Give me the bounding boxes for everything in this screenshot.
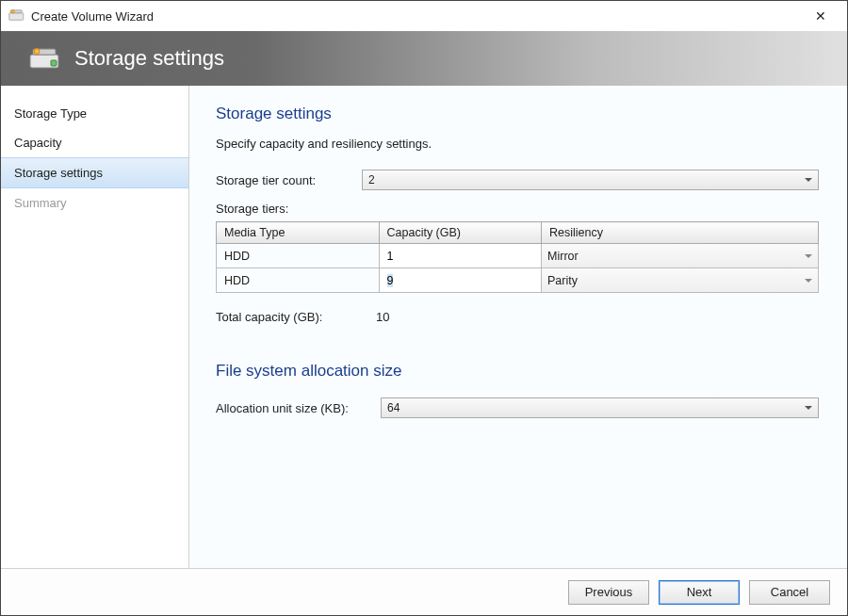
- svg-rect-0: [9, 13, 24, 21]
- alloc-value: 64: [387, 401, 400, 414]
- footer: Previous Next Cancel: [1, 568, 847, 615]
- alloc-label: Allocation unit size (KB):: [216, 401, 381, 415]
- window-title: Create Volume Wizard: [31, 9, 800, 24]
- titlebar: Create Volume Wizard ✕: [1, 1, 847, 31]
- col-capacity[interactable]: Capacity (GB): [379, 222, 542, 244]
- header-strip: Storage settings: [1, 31, 847, 86]
- section-subtitle: Specify capacity and resiliency settings…: [216, 137, 819, 151]
- section-title-storage-settings: Storage settings: [216, 105, 819, 123]
- svg-point-2: [11, 10, 14, 13]
- resiliency-value-0: Mirror: [547, 250, 579, 263]
- total-capacity-label: Total capacity (GB):: [216, 310, 376, 324]
- chevron-down-icon: [805, 178, 812, 182]
- total-capacity-row: Total capacity (GB): 10: [216, 310, 819, 324]
- tier-count-row: Storage tier count: 2: [216, 170, 819, 190]
- table-row: HDD Mirror: [217, 244, 819, 268]
- col-media-type[interactable]: Media Type: [217, 222, 380, 244]
- capacity-input-0[interactable]: [380, 245, 542, 267]
- storage-tiers-table: Media Type Capacity (GB) Resiliency HDD …: [216, 221, 819, 293]
- tier-count-dropdown[interactable]: 2: [362, 170, 819, 190]
- previous-button[interactable]: Previous: [568, 580, 649, 605]
- steps-sidebar: Storage Type Capacity Storage settings S…: [1, 86, 189, 568]
- tiers-label: Storage tiers:: [216, 202, 819, 216]
- media-type-cell: HDD: [217, 271, 379, 290]
- wizard-icon: [8, 8, 25, 24]
- alloc-dropdown[interactable]: 64: [381, 397, 819, 418]
- table-header-row: Media Type Capacity (GB) Resiliency: [217, 222, 819, 244]
- chevron-down-icon: [805, 279, 812, 283]
- svg-rect-6: [51, 60, 57, 66]
- next-button[interactable]: Next: [659, 580, 740, 605]
- content-pane: Storage settings Specify capacity and re…: [189, 86, 847, 568]
- close-button[interactable]: ✕: [800, 1, 841, 31]
- wizard-window: Create Volume Wizard ✕ Storage settings …: [0, 0, 848, 616]
- alloc-row: Allocation unit size (KB): 64: [216, 397, 819, 418]
- cancel-button[interactable]: Cancel: [749, 580, 830, 605]
- header-title: Storage settings: [74, 46, 224, 71]
- col-resiliency[interactable]: Resiliency: [542, 222, 819, 244]
- table-row: HDD Parity: [217, 268, 819, 293]
- resiliency-value-1: Parity: [547, 274, 578, 287]
- step-capacity[interactable]: Capacity: [1, 128, 188, 157]
- tier-count-label: Storage tier count:: [216, 173, 362, 187]
- close-icon: ✕: [815, 8, 826, 24]
- media-type-cell: HDD: [217, 247, 379, 266]
- section-title-allocation: File system allocation size: [216, 362, 819, 381]
- svg-point-5: [34, 49, 40, 55]
- resiliency-dropdown-1[interactable]: Parity: [542, 268, 818, 292]
- disk-icon: [29, 45, 61, 72]
- tier-count-value: 2: [368, 173, 375, 186]
- chevron-down-icon: [805, 406, 812, 410]
- capacity-input-1[interactable]: [380, 269, 542, 292]
- total-capacity-value: 10: [376, 310, 389, 324]
- step-storage-type[interactable]: Storage Type: [1, 99, 188, 128]
- resiliency-dropdown-0[interactable]: Mirror: [542, 244, 818, 267]
- wizard-body: Storage Type Capacity Storage settings S…: [1, 86, 847, 568]
- chevron-down-icon: [805, 254, 812, 258]
- step-storage-settings[interactable]: Storage settings: [1, 157, 188, 188]
- step-summary: Summary: [1, 188, 188, 218]
